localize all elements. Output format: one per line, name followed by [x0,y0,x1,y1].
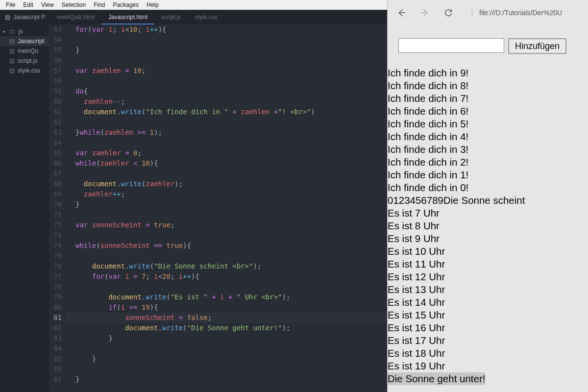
output-line: Ich finde dich in 6! [388,105,588,118]
address-bar[interactable]: file:///D:/Tutorials/Der%20U [472,9,584,17]
browser-toolbar: file:///D:/Tutorials/Der%20U [388,0,588,25]
page-output: Ich finde dich in 9!Ich finde dich in 8!… [388,67,588,385]
text-input[interactable] [398,38,504,53]
output-line: Es ist 8 Uhr [388,220,588,232]
forward-button[interactable] [419,7,431,19]
output-line: Ich finde dich in 7! [388,92,588,105]
output-line: Es ist 16 Uhr [388,321,588,334]
output-line: Ich finde dich in 2! [388,156,588,169]
menu-find[interactable]: Find [90,0,109,9]
output-line: Ich finde dich in 4! [388,130,588,143]
tree-file-javascript[interactable]: ▤ Javascript [0,36,49,46]
output-line: Ich finde dich in 3! [388,143,588,156]
tree-file-stylecss[interactable]: ▤ style.css [0,66,49,75]
output-line: Es ist 18 Uhr [388,347,588,360]
output-line: Ich finde dich in 0! [388,181,588,194]
project-root[interactable]: ▤ Javascript P [0,10,50,24]
menubar: File Edit View Selection Find Packages H… [0,0,387,10]
output-line: Es ist 19 Uhr [388,360,588,372]
form-row: Hinzufügen [388,38,588,54]
reload-button[interactable] [442,7,454,19]
output-line: Es ist 17 Uhr [388,334,588,347]
file-icon: ▤ [9,68,15,74]
code-content[interactable]: for(var i; i<10; i++){}var zaehlen = 10;… [66,24,387,392]
tree-folder-js[interactable]: ▸ 🗀 js [0,26,49,36]
browser-pane: file:///D:/Tutorials/Der%20U Hinzufügen … [387,0,588,392]
menu-view[interactable]: View [37,0,58,9]
menu-edit[interactable]: Edit [19,0,37,9]
output-line: Es ist 11 Uhr [388,258,588,270]
output-line: Es ist 15 Uhr [388,309,588,321]
browser-page: Hinzufügen Ich finde dich in 9!Ich finde… [388,25,588,392]
output-line: Es ist 13 Uhr [388,283,588,296]
tree-file-meinquiz[interactable]: ▤ meinQu [0,46,49,56]
output-line: Ich finde dich in 5! [388,118,588,130]
project-label: Javascript P [13,14,45,21]
output-line: Ich finde dich in 9! [388,67,588,79]
tab-javascript[interactable]: Javascript.html [101,10,154,24]
line-gutter: 5354555657585960616263646566676869707172… [49,24,66,392]
file-icon: ▤ [9,58,15,64]
menu-file[interactable]: File [2,0,19,9]
tab-stylecss[interactable]: style.css [188,10,224,24]
editor-pane: File Edit View Selection Find Packages H… [0,0,387,392]
output-line: Es ist 12 Uhr [388,270,588,283]
output-line: 0123456789Die Sonne scheint [388,194,588,207]
file-icon: ▤ [5,14,10,21]
file-icon: ▤ [9,48,15,54]
tab-scriptjs[interactable]: script.js [154,10,188,24]
output-line: Es ist 10 Uhr [388,245,588,258]
menu-packages[interactable]: Packages [109,0,143,9]
output-line-selected: Die Sonne geht unter! [388,372,485,385]
tree-file-scriptjs[interactable]: ▤ script.js [0,56,49,66]
code-editor[interactable]: 5354555657585960616263646566676869707172… [49,24,387,392]
reload-icon [443,7,454,18]
menu-selection[interactable]: Selection [58,0,90,9]
output-line: Es ist 7 Uhr [388,207,588,220]
folder-icon: 🗀 [10,28,16,34]
arrow-left-icon [396,7,407,18]
tab-bar: ▤ Javascript P meinQuiz.html Javascript.… [0,10,387,24]
add-button[interactable]: Hinzufügen [508,38,566,54]
chevron-right-icon: ▸ [3,29,7,34]
back-button[interactable] [395,7,407,19]
output-line: Ich finde dich in 1! [388,169,588,181]
file-tree[interactable]: ▸ 🗀 js ▤ Javascript ▤ meinQu ▤ script.js… [0,24,49,392]
output-line: Ich finde dich in 8! [388,79,588,92]
tab-meinquiz[interactable]: meinQuiz.html [50,10,101,24]
file-icon: ▤ [9,38,15,44]
arrow-right-icon [419,7,430,18]
menu-help[interactable]: Help [143,0,163,9]
output-line: Es ist 14 Uhr [388,296,588,309]
editor-body: ▸ 🗀 js ▤ Javascript ▤ meinQu ▤ script.js… [0,24,387,392]
output-line: Es ist 9 Uhr [388,232,588,245]
